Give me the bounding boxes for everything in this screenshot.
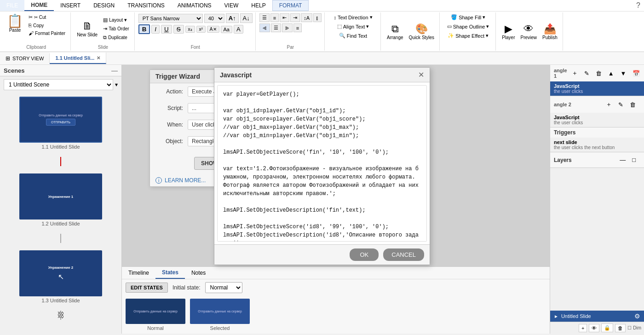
trigger-delete-button-1[interactable]: 🗑 (593, 69, 604, 78)
slide-item-2[interactable]: Упражнение 1 1.2 Untitled Slide (4, 173, 118, 226)
trigger-item-next-slide[interactable]: next slide the user clicks the next butt… (550, 138, 644, 152)
layers-minimize-button[interactable]: — (617, 155, 628, 165)
slide-item-1[interactable]: Отправить данные на сервер ОТПРАВИТЬ 1.1… (4, 97, 118, 150)
trigger-add-button-1[interactable]: ＋ (569, 68, 581, 79)
text-direction-ribbon-button[interactable]: ↕ Text Direction ▾ (331, 13, 374, 21)
trigger-item-2-js[interactable]: JavaScript the user clicks (550, 113, 644, 127)
tab-animations[interactable]: ANIMATIONS (171, 0, 218, 11)
quick-styles-button[interactable]: 🎨 Quick Styles (407, 22, 437, 41)
tab-format[interactable]: FORMAT (272, 0, 309, 11)
add-layer-button[interactable]: + (579, 324, 587, 332)
strikethrough-button[interactable]: S (173, 25, 184, 34)
trigger-up-button-1[interactable]: ▲ (605, 69, 617, 78)
increase-indent-button[interactable]: ⇥ (290, 13, 300, 22)
player-button[interactable]: ▶ Player (500, 22, 517, 41)
delete-layer-button[interactable]: 🗑 (615, 324, 626, 332)
clipboard-label: Clipboard (26, 44, 46, 50)
font-color-button[interactable]: A (234, 25, 243, 34)
slide-tab[interactable]: 1.1 Untitled Sli... × (50, 52, 106, 64)
tab-help[interactable]: HELP (245, 0, 272, 11)
columns-button[interactable]: ⫿ (313, 13, 322, 22)
triggers-tools-1: ＋ ✎ 🗑 ▲ ▼ 📅 (567, 67, 644, 80)
font-shrink-button[interactable]: A↓ (240, 13, 253, 23)
italic-button[interactable]: I (151, 25, 160, 34)
tab-file[interactable]: FILE (0, 0, 24, 11)
slide-item-3[interactable]: Упражнение 2 ↖ 1.3 Untitled Slide (4, 250, 118, 303)
triggers-section-next: Triggers next slide the user clicks the … (550, 127, 644, 152)
publish-button[interactable]: 📤 Publish (540, 22, 560, 41)
states-tab[interactable]: States (155, 267, 185, 279)
scenes-minimize-button[interactable]: — (111, 67, 118, 74)
trigger-down-button-1[interactable]: ▼ (618, 69, 629, 78)
align-right-button[interactable]: ⫸ (282, 23, 293, 32)
clear-format-button[interactable]: A✕ (207, 26, 219, 33)
decrease-indent-button[interactable]: ⇤ (280, 13, 289, 22)
view-layer-button[interactable]: 👁 (589, 324, 599, 332)
tab-home[interactable]: HOME (24, 0, 54, 11)
font-grow-button[interactable]: A↑ (226, 13, 239, 23)
tab-order-button[interactable]: ⇥ Tab Order (101, 25, 131, 33)
underline-button[interactable]: U (161, 25, 172, 34)
js-ok-button[interactable]: OK (350, 248, 379, 261)
notes-tab[interactable]: Notes (185, 267, 212, 279)
align-center-button[interactable]: ☰ (271, 23, 281, 32)
font-size-select[interactable]: 40 (204, 14, 224, 23)
gear-settings-button[interactable]: ⚙ (634, 312, 640, 320)
bottom-tabs: Timeline States Notes (122, 267, 550, 279)
find-text-ribbon-button[interactable]: 🔍 Find Text (337, 32, 369, 40)
lock-layer-button[interactable]: 🔒 (601, 323, 613, 332)
align-left-button[interactable]: ⫷ (259, 23, 270, 32)
paste-label: Paste (9, 28, 21, 33)
publish-icon: 📤 (544, 23, 556, 35)
text-direction-button[interactable]: ↕A (301, 13, 312, 22)
triggers-section-2: angle 2 ＋ ✎ 🗑 JavaScript the user clicks (550, 96, 644, 127)
shape-outline-label: Shape Outline (453, 24, 485, 29)
tab-insert[interactable]: INSERT (54, 0, 87, 11)
trigger-add-button-2[interactable]: ＋ (603, 99, 615, 110)
shape-outline-button[interactable]: ▭ Shape Outline ▾ (445, 23, 492, 30)
tab-design[interactable]: DESIGN (87, 0, 121, 11)
preview-button[interactable]: 👁 Preview (518, 22, 539, 41)
edit-states-button[interactable]: EDIT STATES (126, 283, 168, 293)
scene-select[interactable]: 1 Untitled Scene (4, 79, 113, 90)
copy-button[interactable]: ⎘ Copy (26, 22, 68, 29)
justify-button[interactable]: ≡ (293, 23, 302, 32)
font-family-select[interactable]: PT Sans Narrow (138, 14, 203, 23)
duplicate-button[interactable]: ⧉ Duplicate (101, 34, 131, 41)
js-dialog-close-button[interactable]: ✕ (418, 70, 424, 79)
font-case-button[interactable]: Aa (221, 26, 232, 33)
format-painter-button[interactable]: 🖌 Format Painter (26, 29, 68, 37)
trigger-delete-button-2[interactable]: 🗑 (627, 100, 638, 110)
layout-chevron: ▾ (124, 17, 127, 23)
state-select[interactable]: Normal Hover Down Visited Disabled (205, 282, 242, 293)
superscript-button[interactable]: x² (196, 26, 206, 33)
tab-view[interactable]: VIEW (218, 0, 245, 11)
layout-icon: ▤ (103, 17, 108, 23)
timeline-tab[interactable]: Timeline (122, 267, 155, 279)
bold-button[interactable]: B (138, 24, 150, 34)
trigger-calendar-button-1[interactable]: 📅 (630, 69, 643, 78)
js-cancel-button[interactable]: CANCEL (383, 248, 424, 261)
state-selected-box: Отправить данные на сервер Selected (190, 299, 250, 331)
js-code-area[interactable]: var player=GetPlayer(); var obj1_id=play… (217, 85, 427, 242)
numbering-button[interactable]: ≡ (270, 13, 279, 22)
initial-state-label: Initial state: (172, 284, 201, 291)
new-slide-button[interactable]: 🗎 New Slide (75, 19, 100, 39)
bullets-button[interactable]: ☰ (259, 13, 270, 22)
help-icon[interactable]: ? (636, 1, 640, 10)
trigger-edit-button-1[interactable]: ✎ (581, 69, 592, 78)
cut-button[interactable]: ✂ ✂ Cut (26, 13, 68, 21)
subscript-button[interactable]: x₂ (185, 26, 195, 33)
paste-button[interactable]: 📋 Paste (5, 13, 25, 34)
layers-expand-button[interactable]: □ (629, 155, 638, 165)
story-view-tab[interactable]: ⊞ STORY VIEW (0, 53, 50, 64)
align-text-ribbon-button[interactable]: ⬚ Align Text ▾ (335, 23, 372, 30)
trigger-edit-button-2[interactable]: ✎ (615, 100, 626, 110)
trigger-item-1-js[interactable]: JavaScript the user clicks (550, 81, 644, 96)
shape-effect-button[interactable]: ✨ Shape Effect ▾ (445, 32, 491, 40)
layout-button[interactable]: ▤ Layout ▾ (101, 16, 131, 24)
tab-transitions[interactable]: TRANSITIONS (121, 0, 171, 11)
slide-tab-close[interactable]: × (97, 54, 100, 61)
shape-fill-button[interactable]: 🪣 Shape Fill ▾ (448, 13, 488, 21)
arrange-button[interactable]: ⧉ Arrange (385, 22, 406, 41)
